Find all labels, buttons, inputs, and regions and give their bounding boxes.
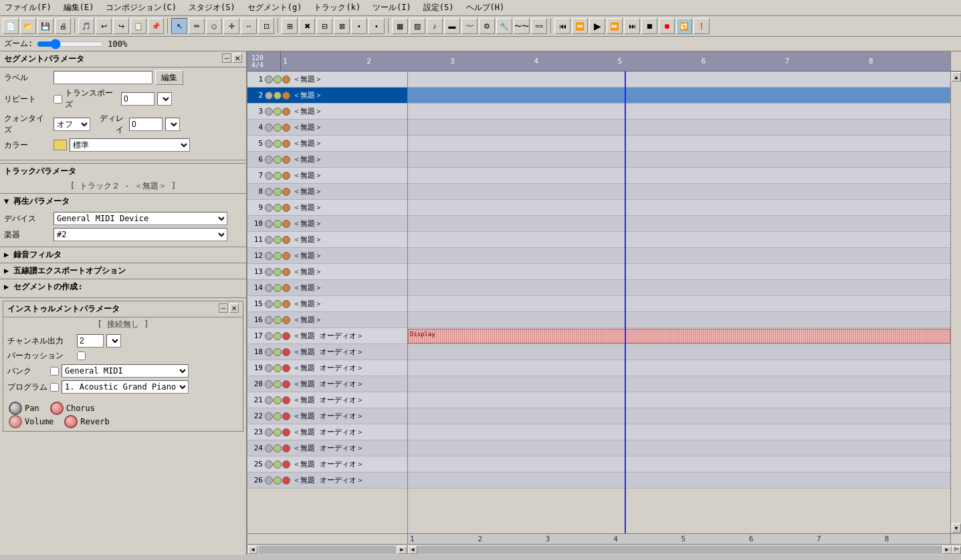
track-row[interactable]: 26＜無題 オーディオ＞ [247, 472, 407, 488]
track-btn-1[interactable] [274, 268, 282, 276]
track-row[interactable]: 11＜無題＞ [247, 232, 407, 248]
track-btn-0[interactable] [265, 332, 273, 340]
track-btn-1[interactable] [274, 188, 282, 196]
loop-tool[interactable]: ⊡ [258, 18, 274, 34]
menu-studio[interactable]: スタジオ(S) [187, 1, 237, 14]
tool-g[interactable]: ▦ [392, 18, 408, 34]
content-row[interactable] [408, 472, 950, 488]
paste-button[interactable]: 📌 [148, 18, 164, 34]
track-row[interactable]: 5＜無題＞ [247, 136, 407, 152]
content-row[interactable] [408, 232, 950, 248]
content-scroll-left[interactable]: ◄ [408, 546, 417, 554]
track-btn-0[interactable] [265, 316, 273, 324]
quantize-dropdown[interactable]: オフ [54, 118, 90, 131]
bank-checkbox[interactable] [50, 367, 59, 376]
track-btn-1[interactable] [274, 124, 282, 132]
menu-file[interactable]: ファイル(F) [3, 1, 54, 14]
content-row[interactable] [408, 152, 950, 168]
h-scroll-right-btn[interactable]: ► [397, 546, 407, 554]
track-btn-2[interactable] [282, 172, 290, 180]
track-btn-0[interactable] [265, 380, 273, 388]
track-btn-1[interactable] [274, 92, 282, 100]
track-btn-1[interactable] [274, 252, 282, 260]
track-btn-2[interactable] [282, 460, 290, 468]
transport-to-start[interactable]: ⏮ [554, 18, 570, 34]
track-btn-0[interactable] [265, 412, 273, 420]
track-btn-1[interactable] [274, 300, 282, 308]
content-row[interactable] [408, 200, 950, 216]
content-row[interactable] [408, 248, 950, 264]
program-checkbox[interactable] [50, 383, 59, 392]
track-btn-2[interactable] [282, 204, 290, 212]
track-btn-1[interactable] [274, 396, 282, 404]
track-btn-2[interactable] [282, 348, 290, 356]
track-btn-2[interactable] [282, 92, 290, 100]
menu-composition[interactable]: コンポジション(C) [104, 1, 179, 14]
track-row[interactable]: 22＜無題 オーディオ＞ [247, 408, 407, 424]
instrument-panel-pin[interactable]: ─ [219, 303, 228, 313]
track-btn-0[interactable] [265, 428, 273, 436]
track-row[interactable]: 17＜無題 オーディオ＞ [247, 328, 407, 344]
track-btn-1[interactable] [274, 460, 282, 468]
open-button[interactable]: 📂 [20, 18, 36, 34]
track-row[interactable]: 15＜無題＞ [247, 296, 407, 312]
track-row[interactable]: 23＜無題 オーディオ＞ [247, 424, 407, 440]
transpose-input[interactable] [121, 92, 154, 106]
track-btn-2[interactable] [282, 412, 290, 420]
track-row[interactable]: 1＜無題＞ [247, 72, 407, 88]
track-btn-0[interactable] [265, 236, 273, 244]
menu-settings[interactable]: 設定(S) [421, 1, 456, 14]
repeat-checkbox[interactable] [54, 95, 62, 104]
score-export-header[interactable]: ▶ 五線譜エクスポートオプション [0, 263, 246, 279]
track-row[interactable]: 13＜無題＞ [247, 264, 407, 280]
content-scroll-thumb[interactable] [417, 546, 942, 554]
h-scrollbar[interactable]: ◄ ► ◄ ► ⊢ [247, 544, 961, 555]
label-input[interactable] [54, 71, 152, 84]
transport-rewind[interactable]: ⏪ [572, 18, 588, 34]
track-btn-0[interactable] [265, 284, 273, 292]
transport-fast-forward[interactable]: ⏩ [607, 18, 623, 34]
tool-l[interactable]: ⚙ [479, 18, 495, 34]
track-row[interactable]: 19＜無題 オーディオ＞ [247, 360, 407, 376]
track-params-header[interactable]: トラックパラメータ [0, 163, 246, 179]
content-row[interactable] [408, 264, 950, 280]
content-row[interactable] [408, 136, 950, 152]
track-btn-0[interactable] [265, 252, 273, 260]
device-dropdown[interactable]: General MIDI Device [54, 212, 227, 225]
track-btn-1[interactable] [274, 428, 282, 436]
track-btn-2[interactable] [282, 444, 290, 452]
track-btn-1[interactable] [274, 444, 282, 452]
content-row[interactable] [408, 344, 950, 360]
track-btn-0[interactable] [265, 124, 273, 132]
track-btn-2[interactable] [282, 300, 290, 308]
track-btn-0[interactable] [265, 188, 273, 196]
track-btn-2[interactable] [282, 268, 290, 276]
track-btn-0[interactable] [265, 476, 273, 484]
content-row[interactable] [408, 440, 950, 456]
track-btn-1[interactable] [274, 412, 282, 420]
track-row[interactable]: 10＜無題＞ [247, 216, 407, 232]
reverb-knob[interactable] [64, 415, 78, 428]
track-row[interactable]: 2＜無題＞ [247, 88, 407, 104]
content-row[interactable] [408, 168, 950, 184]
content-row[interactable] [408, 120, 950, 136]
segment-create-header[interactable]: ▶ セグメントの作成: [0, 279, 246, 295]
scroll-down-btn[interactable]: ▼ [952, 523, 961, 533]
content-row[interactable] [408, 408, 950, 424]
content-row[interactable] [408, 360, 950, 376]
record-filter-header[interactable]: ▶ 録音フィルタ [0, 247, 246, 263]
track-btn-0[interactable] [265, 204, 273, 212]
track-btn-0[interactable] [265, 220, 273, 228]
tool-m[interactable]: 🔧 [496, 18, 512, 34]
track-btn-1[interactable] [274, 380, 282, 388]
delay-dropdown[interactable]: ▼ [165, 118, 180, 131]
zoom-slider[interactable] [37, 39, 104, 49]
track-btn-0[interactable] [265, 348, 273, 356]
menu-segment[interactable]: セグメント(g) [245, 1, 304, 14]
track-row[interactable]: 16＜無題＞ [247, 312, 407, 328]
track-btn-2[interactable] [282, 476, 290, 484]
track-btn-1[interactable] [274, 316, 282, 324]
track-btn-1[interactable] [274, 156, 282, 164]
color-dropdown[interactable]: 標準 [70, 138, 190, 152]
content-row[interactable] [408, 280, 950, 296]
